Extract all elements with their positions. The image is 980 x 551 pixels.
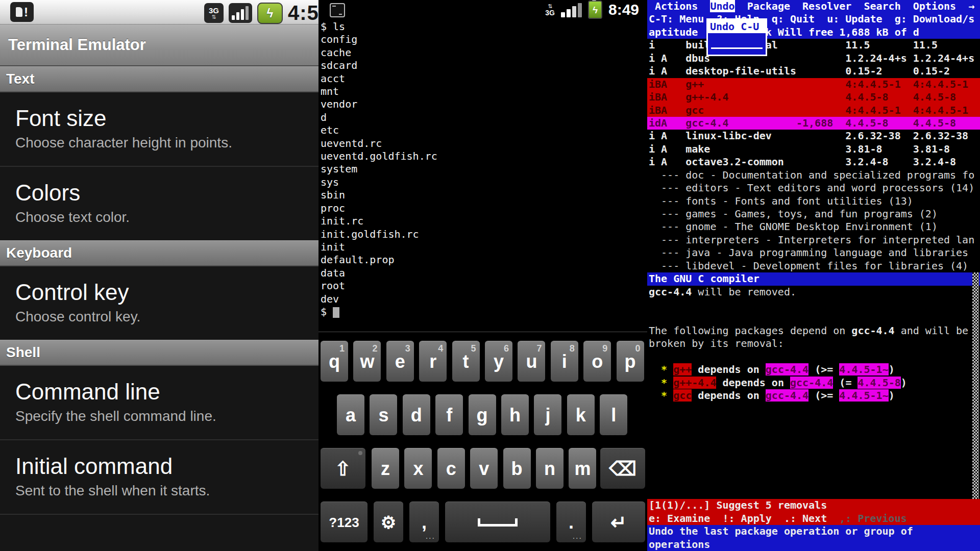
terminal-line: mnt xyxy=(318,85,647,98)
settings-key[interactable]: ⚙ xyxy=(374,502,403,542)
key-g[interactable]: g xyxy=(469,394,496,435)
terminal-line: etc xyxy=(318,124,647,137)
terminal-line: root xyxy=(318,280,647,292)
key-x[interactable]: x xyxy=(404,448,432,489)
terminal-notification-icon xyxy=(330,3,345,17)
backspace-icon: ⌫ xyxy=(609,459,636,479)
android-status-bar-middle: ⇅ 3G ϟ 8:49 xyxy=(318,0,647,19)
aptitude-status-area: [1(1)/...] Suggest 5 removalse: Examine … xyxy=(647,499,980,551)
terminal-line: default.prop xyxy=(318,254,647,266)
backspace-key[interactable]: ⌫ xyxy=(600,448,645,489)
space-key[interactable] xyxy=(445,502,550,542)
menu-item-undo[interactable]: Undo C-U xyxy=(708,20,766,33)
aptitude-line: * gcc depends on gcc-4.4 (>= 4.4.5-1~) xyxy=(647,389,980,402)
aptitude-line[interactable]: idA gcc-4.4 -1,688 4.4.5-8 4.4.5-8 xyxy=(647,117,980,130)
settings-item-initial-command[interactable]: Initial commandSent to the shell when it… xyxy=(0,440,318,514)
key-q[interactable]: q1 xyxy=(321,341,348,382)
terminal-line: vendor xyxy=(318,98,647,111)
key-w[interactable]: w2 xyxy=(353,341,381,382)
composite-screenshot: ! 3G ⇅ ϟ 4:54 Terminal Emulator TextFont… xyxy=(0,0,980,551)
symbols-key[interactable]: ?123 xyxy=(321,502,368,542)
terminal-line: $ ls xyxy=(318,20,647,33)
aptitude-line: * g++ depends on gcc-4.4 (>= 4.4.5-1~) xyxy=(647,363,980,376)
signal-strength-icon xyxy=(561,2,582,17)
key-b[interactable]: b xyxy=(503,448,531,489)
aptitude-package-manager: Actions Undo Package Resolver Search Opt… xyxy=(647,0,980,551)
aptitude-line[interactable]: --- fonts - Fonts and font utilities (13… xyxy=(647,195,980,208)
key-f[interactable]: f xyxy=(435,394,463,435)
settings-item-subtitle: Choose text color. xyxy=(15,209,318,226)
terminal-line: config xyxy=(318,33,647,46)
key-i[interactable]: i8 xyxy=(551,341,578,382)
key-c[interactable]: c xyxy=(437,448,465,489)
aptitude-line: * g++-4.4 depends on gcc-4.4 (= 4.4.5-8) xyxy=(647,377,980,389)
key-e[interactable]: e3 xyxy=(386,341,414,382)
aptitude-line[interactable]: i A dbus 1.2.24-4+s 1.2.24-4+s xyxy=(647,52,980,65)
aptitude-line[interactable]: i build-essential 11.5 11.5 xyxy=(647,39,980,52)
aptitude-line[interactable]: --- gnome - The GNOME Desktop Environmen… xyxy=(647,220,980,233)
aptitude-line[interactable]: --- libdevel - Development files for lib… xyxy=(647,260,980,272)
settings-list: TextFont sizeChoose character height in … xyxy=(0,66,318,515)
terminal-line: $ xyxy=(318,306,647,318)
aptitude-line[interactable]: i A desktop-file-utils 0.15-2 0.15-2 xyxy=(647,65,980,78)
undo-menu-popup: Undo C-U xyxy=(706,18,767,56)
terminal-line: dev xyxy=(318,293,647,306)
settings-item-subtitle: Choose control key. xyxy=(15,309,318,325)
exclamation-glyph: ! xyxy=(24,6,28,18)
aptitude-line[interactable]: i A linux-libc-dev 2.6.32-38 2.6.32-38 xyxy=(647,130,980,142)
key-d[interactable]: d xyxy=(403,394,430,435)
settings-item-command-line[interactable]: Command lineSpecify the shell command li… xyxy=(0,366,318,439)
period-key[interactable]: .... xyxy=(556,502,586,542)
settings-item-font-size[interactable]: Font sizeChoose character height in poin… xyxy=(0,92,318,166)
key-y[interactable]: y6 xyxy=(485,341,512,382)
aptitude-line[interactable]: i A make 3.81-8 3.81-8 xyxy=(647,143,980,156)
aptitude-line[interactable]: --- java - Java programming language and… xyxy=(647,246,980,259)
signal-strength-icon xyxy=(229,3,252,23)
sim-card-glyph xyxy=(16,7,22,17)
aptitude-line[interactable]: --- doc - Documentation and specialized … xyxy=(647,169,980,182)
terminal-line: sbin xyxy=(318,189,647,202)
settings-item-title: Font size xyxy=(15,107,318,130)
terminal-output: $ lsconfigcachesdcardacctmntvendordetcue… xyxy=(318,20,647,318)
key-u[interactable]: u7 xyxy=(518,341,545,382)
aptitude-line[interactable]: Actions Undo Package Resolver Search Opt… xyxy=(647,0,980,13)
clock-text: 4:54 xyxy=(288,2,318,24)
aptitude-line[interactable]: i A octave3.2-common 3.2.4-8 3.2.4-8 xyxy=(647,156,980,168)
aptitude-line[interactable]: --- interpreters - Interpreters for inte… xyxy=(647,234,980,246)
aptitude-line[interactable]: iBA g++-4.4 4.4.5-8 4.4.5-8 xyxy=(647,91,980,104)
aptitude-line[interactable]: --- games - Games, toys, and fun program… xyxy=(647,208,980,220)
key-t[interactable]: t5 xyxy=(452,341,480,382)
key-l[interactable]: l xyxy=(600,394,627,435)
key-m[interactable]: m xyxy=(569,448,596,489)
app-title-bar: Terminal Emulator xyxy=(0,24,318,66)
shift-key[interactable]: ⇧ xyxy=(321,448,365,489)
settings-item-control-key[interactable]: Control keyChoose control key. xyxy=(0,266,318,340)
key-s[interactable]: s xyxy=(370,394,397,435)
android-status-bar-left: ! 3G ⇅ ϟ 4:54 xyxy=(0,0,318,24)
key-k[interactable]: k xyxy=(567,394,595,435)
key-h[interactable]: h xyxy=(501,394,529,435)
terminal-line: data xyxy=(318,267,647,280)
key-j[interactable]: j xyxy=(534,394,561,435)
aptitude-line[interactable]: iBA gcc 4:4.4.5-1 4:4.4.5-1 xyxy=(647,104,980,117)
mobile-data-3g-icon: 3G ⇅ xyxy=(204,3,224,23)
key-z[interactable]: z xyxy=(372,448,399,489)
settings-item-subtitle: Choose character height in points. xyxy=(15,135,318,151)
comma-key[interactable]: ,... xyxy=(409,502,439,542)
aptitude-line[interactable]: --- editors - Text editors and word proc… xyxy=(647,182,980,194)
key-o[interactable]: o9 xyxy=(583,341,611,382)
scrollbar[interactable] xyxy=(972,272,979,499)
key-a[interactable]: a xyxy=(337,394,364,435)
key-v[interactable]: v xyxy=(470,448,498,489)
terminal-line: init.goldfish.rc xyxy=(318,228,647,241)
key-r[interactable]: r4 xyxy=(419,341,447,382)
terminal-line: system xyxy=(318,163,647,176)
aptitude-line: e: Examine !: Apply .: Next ,: Previous xyxy=(647,512,980,525)
terminal-line: sys xyxy=(318,176,647,189)
key-p[interactable]: p0 xyxy=(617,341,644,382)
settings-item-colors[interactable]: ColorsChoose text color. xyxy=(0,167,318,240)
aptitude-line[interactable]: iBA g++ 4:4.4.5-1 4:4.4.5-1 xyxy=(647,78,980,91)
settings-item-subtitle: Specify the shell command line. xyxy=(15,408,318,424)
enter-key[interactable]: ↵ xyxy=(592,502,645,542)
key-n[interactable]: n xyxy=(536,448,564,489)
